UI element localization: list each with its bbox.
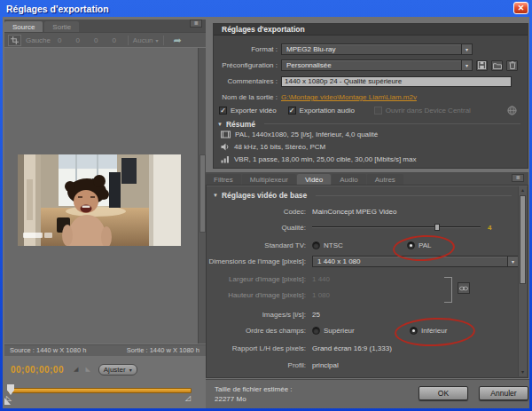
fit-dropdown[interactable]: Ajuster ▾ xyxy=(98,364,137,375)
preview-scrollbar-handle[interactable] xyxy=(200,154,206,233)
video-preview xyxy=(18,154,181,246)
dimensions-label: Dimensions de l'image [pixels]: xyxy=(212,257,306,265)
timeline-bar[interactable] xyxy=(8,388,192,393)
timecode[interactable]: 00;00;00;00 xyxy=(11,365,64,375)
preset-label: Préconfiguration : xyxy=(217,61,278,69)
summary-bitrate-text: VBR, 1 passe, 18,00 min, 25,00 cible, 30… xyxy=(234,155,416,163)
format-dropdown[interactable]: MPEG2 Blu-ray ▾ xyxy=(281,43,473,55)
bitrate-chart-icon xyxy=(221,155,230,163)
ok-button[interactable]: OK xyxy=(419,386,468,400)
settings-tabbar: Filtres Multiplexeur Vidéo Audio Autres … xyxy=(206,172,528,185)
width-value: 1 440 xyxy=(312,275,330,283)
import-preset-folder-icon[interactable] xyxy=(491,60,503,71)
upper-field-radio[interactable] xyxy=(312,327,320,335)
export-video-checkbox[interactable]: ✓ xyxy=(219,107,227,115)
basic-video-settings-header: Réglages vidéo de base xyxy=(222,191,307,200)
collapse-triangle-icon[interactable]: ▼ xyxy=(213,193,218,198)
basic-video-settings-header-row: ▼ Réglages vidéo de base xyxy=(213,191,512,200)
video-summary-icon xyxy=(221,130,231,138)
dialog-content: Source Sortie ≣ Gauche 0 0 0 0 Aucun ▾ xyxy=(3,17,529,408)
summary-bitrate-row: VBR, 1 passe, 18,00 min, 25,00 cible, 30… xyxy=(221,154,520,165)
scroll-up-icon[interactable]: ▴ xyxy=(519,186,527,194)
ntsc-label[interactable]: NTSC xyxy=(324,241,343,249)
delete-preset-trash-icon[interactable] xyxy=(506,60,518,71)
save-preset-icon[interactable] xyxy=(476,60,488,71)
export-audio-label[interactable]: Exportation audio xyxy=(300,107,355,115)
upper-field-radio-group: Supérieur xyxy=(312,327,355,335)
chair-silhouette xyxy=(109,172,121,208)
settings-panel-menu-icon[interactable]: ≣ xyxy=(512,174,524,182)
width-label: Largeur d'image [pixels]: xyxy=(212,275,306,283)
field-order-label: Ordre des champs: xyxy=(212,327,306,335)
link-dimensions-chain-icon[interactable] xyxy=(458,282,470,294)
codec-label: Codec: xyxy=(212,208,306,216)
height-value: 1 080 xyxy=(312,291,330,299)
tab-source[interactable]: Source xyxy=(4,21,43,32)
inferieur-annotation-circle xyxy=(394,316,475,347)
scroll-down-icon[interactable]: ▾ xyxy=(519,368,527,376)
chevron-down-icon: ▾ xyxy=(461,44,472,54)
range-end-handle[interactable]: ◿ xyxy=(185,394,191,402)
video-settings-panel: ▼ Réglages vidéo de base Codec: MainConc… xyxy=(206,185,528,378)
slider-track xyxy=(312,226,481,228)
crop-value-top: 0 xyxy=(75,36,79,44)
ntsc-radio-group: NTSC xyxy=(312,241,343,249)
width-row: Largeur d'image [pixels]: 1 440 xyxy=(212,273,330,285)
collapse-triangle-icon[interactable]: ▼ xyxy=(217,122,223,127)
file-size-value: 22277 Mo xyxy=(215,394,293,404)
titlebar[interactable]: Réglages d'exportation ✕ xyxy=(0,0,532,17)
settings-scrollbar-handle[interactable] xyxy=(520,195,526,284)
upper-field-label[interactable]: Supérieur xyxy=(324,327,355,335)
preview-scrollbar[interactable] xyxy=(198,48,206,344)
crop-icon[interactable] xyxy=(8,35,21,46)
divider xyxy=(264,123,520,124)
video-preview-area xyxy=(4,48,206,344)
chevron-down-icon: ▾ xyxy=(129,367,132,373)
tab-video[interactable]: Vidéo xyxy=(297,174,331,185)
comments-label: Commentaires : xyxy=(217,77,278,85)
tab-autres[interactable]: Autres xyxy=(367,174,403,185)
tab-audio[interactable]: Audio xyxy=(332,174,365,185)
format-label: Format : xyxy=(217,45,278,53)
out-point-icon[interactable]: ◣ xyxy=(85,366,90,373)
quality-row: Qualité: 4 xyxy=(212,221,491,233)
field-order-row: Ordre des champs: Supérieur Inférieur xyxy=(212,324,532,336)
zoom-handle[interactable] xyxy=(4,398,11,405)
format-value: MPEG2 Blu-ray xyxy=(286,45,336,53)
export-video-label[interactable]: Exporter vidéo xyxy=(231,107,277,115)
close-icon[interactable]: ✕ xyxy=(513,2,528,14)
ntsc-radio[interactable] xyxy=(312,241,320,249)
dimensions-value: 1 440 x 1 080 xyxy=(317,257,360,265)
preview-panel-menu-icon[interactable]: ≣ xyxy=(190,20,202,28)
crop-glyph xyxy=(11,36,19,44)
source-dimensions: Source : 1440 w X 1080 h xyxy=(10,345,86,356)
framerate-label: Images/s [i/s]: xyxy=(212,311,306,319)
export-audio-checkbox[interactable]: ✓ xyxy=(288,107,296,115)
preset-dropdown[interactable]: Personnalisée ▾ xyxy=(281,59,473,71)
export-settings-section: Réglages d'exportation Format : MPEG2 Bl… xyxy=(213,23,528,169)
slider-handle[interactable] xyxy=(434,224,440,231)
send-to-queue-arrow-icon[interactable]: ➦ xyxy=(174,35,182,46)
trash-glyph xyxy=(509,61,516,69)
comments-input[interactable] xyxy=(281,76,512,87)
tv-standard-label: Standard TV: xyxy=(212,241,306,249)
tab-sortie[interactable]: Sortie xyxy=(44,21,79,32)
quality-slider[interactable] xyxy=(312,221,481,233)
format-row: Format : MPEG2 Blu-ray ▾ xyxy=(217,43,520,56)
dimensions-row: Dimensions de l'image [pixels]: 1 440 x … xyxy=(212,255,519,267)
toolbar-separator xyxy=(128,36,129,45)
in-point-icon[interactable]: ◢ xyxy=(74,366,78,373)
tab-filtres[interactable]: Filtres xyxy=(206,174,241,185)
output-path-link[interactable]: G:\Montage video\Montage Liam\Liam.m2v xyxy=(281,93,417,101)
chevron-down-icon: ▾ xyxy=(507,257,518,266)
profile-row: Profil: principal xyxy=(212,359,339,371)
tab-multiplexeur[interactable]: Multiplexeur xyxy=(242,174,296,185)
pixel-aspect-value: Grand écran 16:9 (1,333) xyxy=(312,344,392,352)
summary-audio-row: 48 kHz, 16 bits, Stéréo, PCM xyxy=(221,141,520,153)
cancel-button[interactable]: Annuler xyxy=(479,386,528,400)
preview-tabbar: Source Sortie xyxy=(4,20,206,32)
dimension-link-bracket xyxy=(444,277,452,303)
settings-scrollbar[interactable]: ▴ ▾ xyxy=(518,186,527,376)
codec-value: MainConcept MPEG Video xyxy=(312,208,396,216)
window-title: Réglages d'exportation xyxy=(6,4,109,14)
